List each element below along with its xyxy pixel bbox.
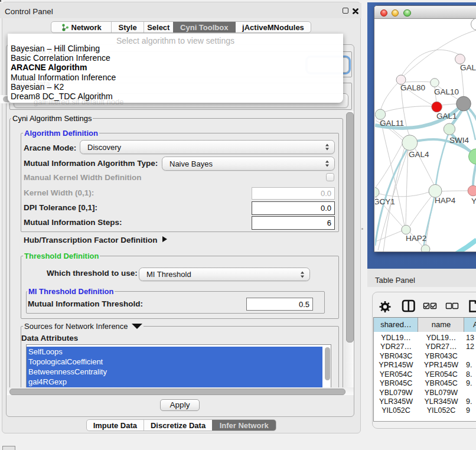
svg-text:SWI4: SWI4 [449, 136, 469, 145]
svg-text:GAL10: GAL10 [434, 87, 459, 96]
svg-text:Y: Y [471, 197, 476, 206]
svg-text:GCY1: GCY1 [375, 197, 395, 206]
svg-text:GAL80: GAL80 [400, 83, 425, 92]
svg-text:GAL1: GAL1 [436, 112, 457, 120]
svg-text:GAL4: GAL4 [409, 150, 429, 159]
svg-text:HAP4: HAP4 [435, 196, 456, 205]
svg-text:GAL11: GAL11 [380, 119, 404, 128]
svg-text:HAP2: HAP2 [406, 234, 426, 243]
svg-text:GAL: GAL [460, 63, 476, 72]
